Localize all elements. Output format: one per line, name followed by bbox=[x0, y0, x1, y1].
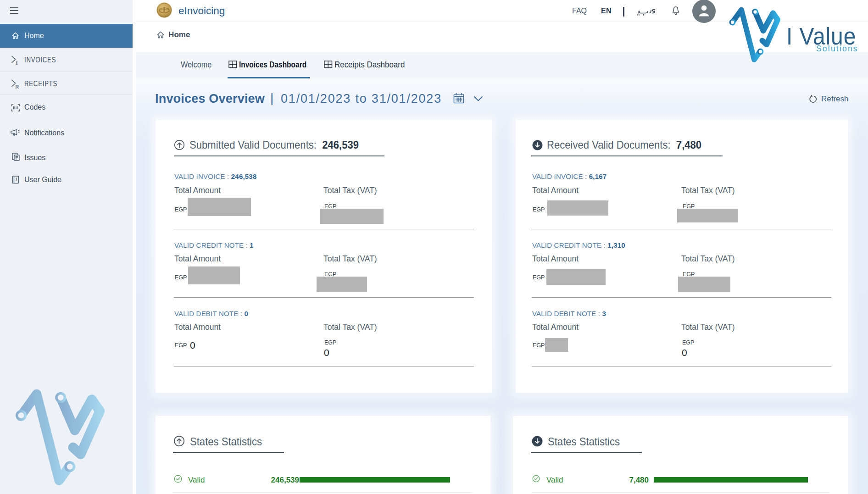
svg-text:I: I bbox=[16, 61, 18, 65]
svg-text:R: R bbox=[16, 84, 19, 89]
